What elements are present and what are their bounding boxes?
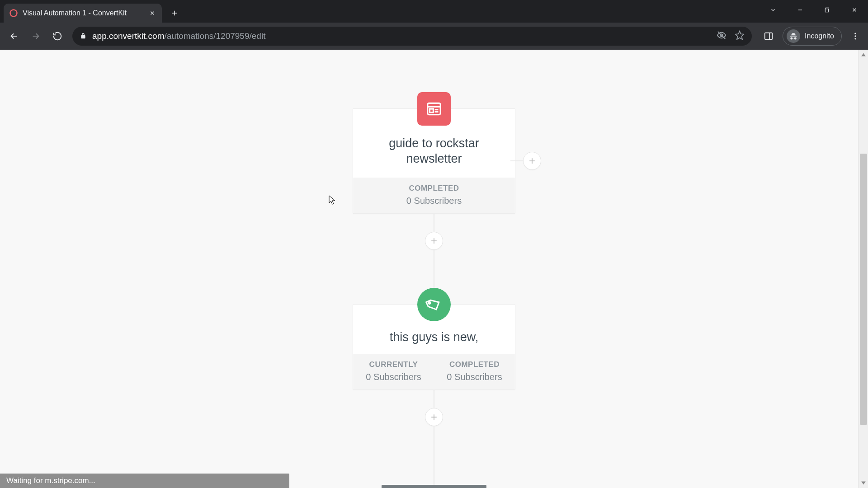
tab-search-button[interactable]	[760, 0, 787, 20]
add-branch-right: +	[510, 152, 541, 170]
browser-tab[interactable]: Visual Automation 1 - ConvertKit	[4, 4, 162, 23]
status-text: Waiting for m.stripe.com...	[6, 476, 95, 485]
svg-rect-13	[765, 33, 773, 40]
svg-point-15	[854, 33, 856, 34]
browser-menu-button[interactable]	[847, 28, 863, 44]
vertical-scrollbar[interactable]	[858, 50, 868, 488]
new-tab-button[interactable]	[166, 5, 183, 21]
svg-point-16	[854, 35, 856, 37]
reload-button[interactable]	[48, 27, 67, 46]
page-viewport: guide to rockstar newsletter COMPLETED 0…	[0, 50, 868, 488]
svg-rect-2	[825, 9, 828, 12]
connector-line	[434, 426, 434, 485]
connector-line	[434, 390, 434, 408]
step-card-form-trigger[interactable]: guide to rockstar newsletter COMPLETED 0…	[353, 108, 515, 214]
tab-title: Visual Automation 1 - ConvertKit	[23, 9, 144, 17]
stat-label: COMPLETED	[438, 360, 511, 369]
add-step-button[interactable]: +	[425, 408, 443, 426]
form-icon	[417, 92, 451, 126]
close-tab-button[interactable]	[148, 9, 156, 17]
scroll-down-arrow-icon[interactable]	[859, 478, 868, 488]
incognito-indicator[interactable]: Incognito	[783, 27, 842, 46]
window-controls	[760, 0, 868, 20]
automation-flow: guide to rockstar newsletter COMPLETED 0…	[353, 50, 515, 488]
lock-icon	[80, 33, 87, 40]
side-panel-button[interactable]	[760, 28, 777, 45]
convertkit-favicon-icon	[9, 9, 18, 18]
connector-line	[434, 214, 434, 232]
forward-button[interactable]	[26, 27, 45, 46]
incognito-icon	[787, 29, 800, 43]
svg-marker-12	[736, 31, 744, 39]
svg-rect-20	[430, 109, 434, 113]
close-window-button[interactable]	[841, 0, 868, 20]
minimize-button[interactable]	[787, 0, 814, 20]
scroll-up-arrow-icon[interactable]	[859, 50, 868, 60]
stat-completed: COMPLETED 0 Subscribers	[353, 178, 515, 213]
add-step-button[interactable]: +	[425, 232, 443, 250]
step-stats: CURRENTLY 0 Subscribers COMPLETED 0 Subs…	[353, 354, 515, 389]
stat-currently: CURRENTLY 0 Subscribers	[353, 354, 434, 389]
url-host: app.convertkit.com	[92, 31, 164, 41]
scrollbar-thumb[interactable]	[860, 154, 867, 425]
svg-point-5	[10, 10, 17, 17]
browser-window: Visual Automation 1 - ConvertKit app.con…	[0, 0, 868, 488]
url-text: app.convertkit.com/automations/1207959/e…	[92, 31, 711, 41]
bookmark-icon[interactable]	[735, 30, 745, 42]
incognito-label: Incognito	[805, 32, 834, 40]
address-bar[interactable]: app.convertkit.com/automations/1207959/e…	[72, 27, 752, 46]
status-bar: Waiting for m.stripe.com...	[0, 474, 289, 488]
step-stats: COMPLETED 0 Subscribers	[353, 178, 515, 213]
disable-tracking-icon[interactable]	[717, 30, 726, 42]
tag-icon	[417, 288, 451, 321]
maximize-button[interactable]	[814, 0, 841, 20]
add-branch-button[interactable]: +	[523, 152, 541, 170]
stat-label: CURRENTLY	[357, 360, 430, 369]
step-card-tag-action[interactable]: this guys is new, CURRENTLY 0 Subscriber…	[353, 304, 515, 390]
stat-completed: COMPLETED 0 Subscribers	[434, 354, 515, 389]
stat-label: COMPLETED	[357, 184, 511, 193]
browser-toolbar: app.convertkit.com/automations/1207959/e…	[0, 23, 868, 50]
omnibox-actions	[717, 30, 745, 42]
tab-strip: Visual Automation 1 - ConvertKit	[0, 0, 868, 23]
url-path: /automations/1207959/edit	[164, 31, 265, 41]
stat-value: 0 Subscribers	[357, 196, 511, 206]
end-of-automation: END OF AUTOMATION	[382, 485, 486, 488]
stat-value: 0 Subscribers	[438, 372, 511, 382]
svg-point-23	[428, 301, 431, 304]
svg-point-17	[854, 38, 856, 39]
cursor-icon	[329, 195, 336, 205]
stat-value: 0 Subscribers	[357, 372, 430, 382]
back-button[interactable]	[5, 27, 24, 46]
toolbar-right: Incognito	[757, 27, 863, 46]
